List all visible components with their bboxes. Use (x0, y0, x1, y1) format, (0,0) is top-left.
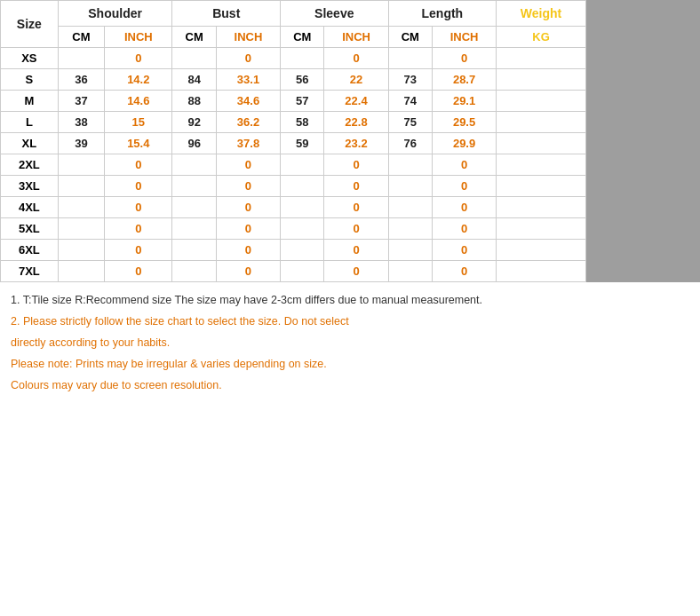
table-row: 2XL0000 (1, 154, 586, 176)
sleeve-header: Sleeve (281, 1, 389, 27)
shoulder-cm-header: CM (58, 27, 104, 48)
note2-line3: Please note: Prints may be irregular & v… (11, 355, 689, 373)
length-header: Length (388, 1, 497, 27)
note2-line4: Colours may vary due to screen resolutio… (11, 376, 689, 394)
table-row: 5XL0000 (1, 218, 586, 240)
table-row: XS0000 (1, 48, 586, 69)
table-wrapper: Size Shoulder Bust Sleeve Length Weight … (0, 0, 700, 282)
table-row: 7XL0000 (1, 261, 586, 282)
table-row: M3714.68834.65722.47429.1 (1, 91, 586, 112)
table-row: S3614.28433.156227328.7 (1, 69, 586, 91)
bust-cm-header: CM (172, 27, 216, 48)
notes-section: 1. T:Tile size R:Recommend size The size… (0, 282, 700, 407)
table-row: L38159236.25822.87529.5 (1, 112, 586, 133)
subheader-row: CM INCH CM INCH CM INCH CM INCH KG (1, 27, 586, 48)
table-row: 6XL0000 (1, 240, 586, 261)
table-row: 3XL0000 (1, 176, 586, 197)
shoulder-header: Shoulder (58, 1, 172, 27)
table-row: XL3915.49637.85923.27629.9 (1, 133, 586, 154)
gray-sidebar (586, 0, 700, 282)
note2-line2: directly according to your habits. (11, 334, 689, 351)
bust-inch-header: INCH (216, 27, 280, 48)
shoulder-inch-header: INCH (105, 27, 172, 48)
table-body: XS0000S3614.28433.156227328.7M3714.68834… (1, 48, 586, 282)
size-chart-container: Size Shoulder Bust Sleeve Length Weight … (0, 0, 700, 407)
size-table: Size Shoulder Bust Sleeve Length Weight … (0, 0, 586, 282)
table-row: 4XL0000 (1, 197, 586, 218)
weight-kg-header: KG (497, 27, 586, 48)
weight-header: Weight (497, 1, 586, 27)
length-cm-header: CM (388, 27, 432, 48)
note2-line1: 2. Please strictly follow the size chart… (11, 312, 689, 330)
size-header: Size (1, 1, 59, 48)
sleeve-inch-header: INCH (324, 27, 388, 48)
sleeve-cm-header: CM (281, 27, 324, 48)
length-inch-header: INCH (433, 27, 497, 48)
header-row: Size Shoulder Bust Sleeve Length Weight (1, 1, 586, 27)
note1: 1. T:Tile size R:Recommend size The size… (11, 291, 689, 309)
bust-header: Bust (172, 1, 281, 27)
